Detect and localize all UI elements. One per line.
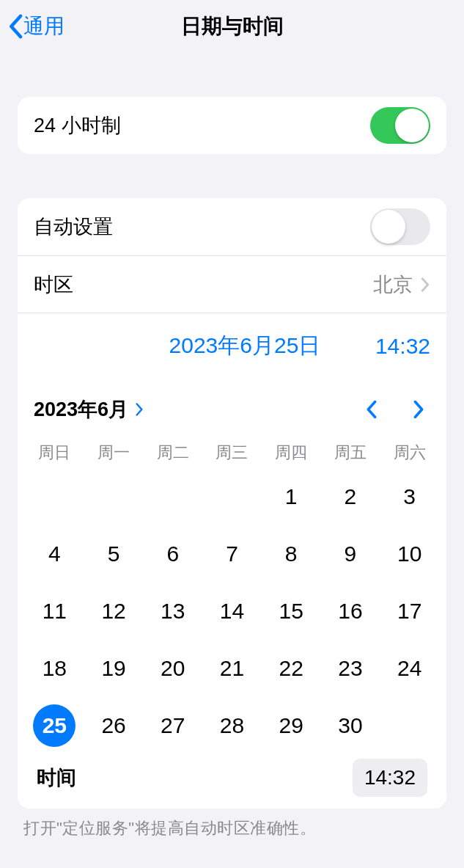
calendar-next-button[interactable] [411, 399, 426, 420]
page-title: 日期与时间 [181, 12, 284, 40]
calendar-day[interactable]: 3 [380, 468, 439, 525]
label-time: 时间 [37, 765, 76, 791]
weekday-label: 周日 [25, 442, 84, 464]
nav-bar: 通用 日期与时间 [0, 0, 464, 53]
calendar-day[interactable]: 11 [25, 583, 84, 640]
calendar-day[interactable]: 25 [25, 697, 84, 754]
weekday-label: 周一 [84, 442, 144, 464]
chevron-right-icon [420, 277, 430, 293]
calendar-day[interactable]: 26 [84, 697, 144, 754]
chevron-left-icon [7, 14, 23, 39]
calendar-day[interactable]: 1 [262, 468, 321, 525]
calendar: 2023年6月 周日周一周二周三周四周五周六 12345678910111213… [18, 379, 446, 809]
calendar-empty-cell [25, 468, 84, 525]
calendar-day[interactable]: 29 [262, 697, 321, 754]
back-label: 通用 [23, 12, 65, 40]
weekday-label: 周五 [321, 442, 380, 464]
calendar-day[interactable]: 18 [25, 640, 84, 697]
calendar-empty-cell [143, 468, 202, 525]
calendar-day[interactable]: 13 [143, 583, 202, 640]
row-24h: 24 小时制 [18, 97, 446, 154]
row-auto-set: 自动设置 [18, 198, 446, 255]
calendar-weekdays: 周日周一周二周三周四周五周六 [25, 442, 439, 464]
calendar-day[interactable]: 10 [380, 525, 439, 583]
calendar-day[interactable]: 7 [202, 525, 262, 583]
calendar-day[interactable]: 23 [321, 640, 380, 697]
calendar-day[interactable]: 6 [143, 525, 202, 583]
back-button[interactable]: 通用 [7, 12, 65, 40]
calendar-prev-button[interactable] [364, 399, 379, 420]
calendar-day[interactable]: 4 [25, 525, 84, 583]
footer-hint: 打开"定位服务"将提高自动时区准确性。 [23, 817, 441, 839]
chevron-right-small-icon [134, 402, 144, 417]
calendar-day[interactable]: 17 [380, 583, 439, 640]
time-picker[interactable]: 14:32 [353, 759, 427, 797]
calendar-day[interactable]: 24 [380, 640, 439, 697]
calendar-month-picker[interactable]: 2023年6月 [34, 396, 144, 423]
label-timezone: 时区 [34, 271, 73, 298]
calendar-day[interactable]: 16 [321, 583, 380, 640]
calendar-day[interactable]: 30 [321, 697, 380, 754]
row-timezone[interactable]: 时区 北京 [18, 255, 446, 313]
calendar-day[interactable]: 5 [84, 525, 144, 583]
calendar-month-label: 2023年6月 [34, 396, 128, 423]
weekday-label: 周四 [262, 442, 321, 464]
calendar-day[interactable]: 8 [262, 525, 321, 583]
weekday-label: 周二 [143, 442, 202, 464]
value-timezone: 北京 [373, 271, 413, 298]
calendar-day[interactable]: 22 [262, 640, 321, 697]
calendar-day[interactable]: 2 [321, 468, 380, 525]
calendar-day[interactable]: 12 [84, 583, 144, 640]
row-selected-datetime: 2023年6月25日 14:32 [18, 313, 446, 379]
group-datetime: 自动设置 时区 北京 2023年6月25日 14:32 2023年6月 [18, 198, 446, 809]
switch-auto-set[interactable] [370, 208, 430, 245]
label-auto-set: 自动设置 [34, 214, 113, 240]
selected-time[interactable]: 14:32 [375, 334, 430, 359]
label-24h: 24 小时制 [34, 112, 121, 139]
calendar-day[interactable]: 21 [202, 640, 262, 697]
weekday-label: 周三 [202, 442, 262, 464]
calendar-grid: 1234567891011121314151617181920212223242… [25, 468, 439, 754]
calendar-day[interactable]: 27 [143, 697, 202, 754]
switch-24h[interactable] [370, 107, 430, 144]
row-time: 时间 14:32 [25, 759, 439, 797]
calendar-day[interactable]: 14 [202, 583, 262, 640]
calendar-day[interactable]: 15 [262, 583, 321, 640]
calendar-day[interactable]: 20 [143, 640, 202, 697]
calendar-day[interactable]: 28 [202, 697, 262, 754]
calendar-day[interactable]: 19 [84, 640, 144, 697]
weekday-label: 周六 [380, 442, 439, 464]
group-display: 24 小时制 [18, 97, 446, 154]
calendar-empty-cell [202, 468, 262, 525]
selected-date[interactable]: 2023年6月25日 [34, 331, 375, 361]
calendar-day[interactable]: 9 [321, 525, 380, 583]
calendar-empty-cell [84, 468, 144, 525]
